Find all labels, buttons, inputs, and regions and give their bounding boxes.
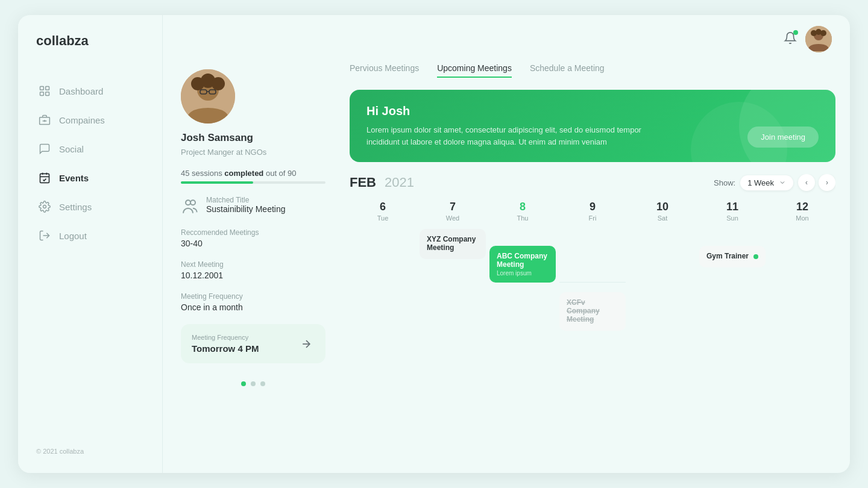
xyz-meeting-name: XYZ Company Meeting	[427, 235, 479, 252]
sidebar-label-social: Social	[59, 144, 84, 154]
xyz-meeting-card[interactable]: XYZ Company Meeting	[420, 229, 486, 259]
nav-arrows: ‹ ›	[798, 174, 835, 191]
day-num-0: 6	[380, 201, 386, 213]
tabs: Pervious Meetings Upcoming Meetings Sche…	[350, 63, 835, 78]
abc-meeting-sub: Lorem ipsum	[497, 270, 549, 277]
sidebar: collabza Dashboard	[18, 15, 163, 473]
settings-icon	[39, 201, 51, 213]
svg-point-27	[190, 200, 195, 205]
dot-2	[251, 381, 256, 386]
sidebar-label-settings: Settings	[59, 202, 92, 212]
copyright: © 2021 collabza	[30, 448, 150, 455]
matched-value: Sustainibility Meeting	[206, 204, 286, 214]
right-panel: Pervious Meetings Upcoming Meetings Sche…	[344, 63, 850, 473]
svg-rect-3	[46, 92, 49, 96]
svg-rect-0	[40, 87, 44, 90]
calendar-show-control: Show: 1 Week ‹ ›	[714, 174, 835, 191]
events-icon	[39, 172, 51, 184]
svg-point-22	[212, 77, 225, 90]
week-selector[interactable]: 1 Week	[740, 175, 793, 190]
spacer	[489, 229, 556, 241]
companies-icon	[39, 114, 51, 126]
event-col-fri: XCFv Company Meeting	[559, 229, 626, 461]
day-num-5: 11	[726, 201, 738, 213]
recommended-label: Reccomended Meetings	[181, 228, 326, 237]
day-label-3: Fri	[589, 214, 597, 222]
main-area: Josh Samsang Project Manger at NGOs 45 s…	[163, 15, 850, 473]
profile-name: Josh Samsang	[181, 132, 253, 144]
content-area: Josh Samsang Project Manger at NGOs 45 s…	[163, 63, 850, 473]
event-col-thu: ABC Company Meeting Lorem ipsum	[489, 229, 556, 461]
svg-point-26	[186, 200, 190, 205]
left-panel: Josh Samsang Project Manger at NGOs 45 s…	[163, 63, 344, 473]
svg-rect-7	[40, 174, 49, 183]
day-col-3: 9 Fri	[559, 201, 626, 222]
sidebar-item-social[interactable]: Social	[30, 137, 150, 161]
matched-info: Matched Title Sustainibility Meeting	[206, 196, 286, 214]
day-label-0: Tue	[377, 214, 389, 222]
abc-meeting-card[interactable]: ABC Company Meeting Lorem ipsum	[489, 246, 556, 283]
calendar-month: FEB	[350, 175, 376, 190]
card-label: Meeting Frequency	[192, 334, 259, 341]
notification-bell[interactable]	[784, 31, 797, 47]
dashboard-icon	[39, 85, 51, 97]
day-label-1: Wed	[446, 214, 459, 222]
xcfv-meeting-card[interactable]: XCFv Company Meeting	[559, 292, 626, 331]
tab-schedule[interactable]: Schedule a Meeting	[530, 63, 605, 78]
tab-upcoming[interactable]: Upcoming Meetings	[437, 63, 512, 78]
meeting-frequency-card[interactable]: Meeting Frequency Tomorrow 4 PM	[181, 324, 326, 363]
day-num-2: 8	[520, 201, 526, 213]
social-icon	[39, 143, 51, 155]
recommended-value: 30-40	[181, 239, 326, 248]
sidebar-item-logout[interactable]: Logout	[30, 224, 150, 248]
gym-trainer-card[interactable]: Gym Trainer	[699, 246, 766, 267]
matched-label: Matched Title	[206, 196, 286, 204]
gym-dot	[753, 254, 758, 259]
matched-icon	[181, 197, 200, 216]
sidebar-item-events[interactable]: Events	[30, 166, 150, 190]
recommended-row: Reccomended Meetings 30-40	[181, 228, 326, 248]
calendar-section: FEB 2021 Show: 1 Week ‹	[350, 174, 835, 461]
sidebar-label-logout: Logout	[59, 231, 87, 241]
tab-previous[interactable]: Pervious Meetings	[350, 63, 419, 78]
abc-meeting-name: ABC Company Meeting	[497, 252, 549, 269]
day-label-5: Sun	[726, 214, 738, 222]
sidebar-item-companies[interactable]: Compaines	[30, 108, 150, 132]
join-button[interactable]: Join meeting	[747, 127, 819, 148]
header-icons	[784, 26, 832, 52]
next-arrow[interactable]: ›	[819, 174, 835, 191]
day-col-6: 12 Mon	[769, 201, 835, 222]
header	[163, 15, 850, 63]
sidebar-item-settings[interactable]: Settings	[30, 195, 150, 219]
sidebar-label-dashboard: Dashboard	[59, 86, 103, 96]
sessions-count: 45	[181, 169, 189, 178]
day-col-2: 8 Thu	[489, 201, 556, 222]
next-meeting-label: Next Meeting	[181, 260, 326, 269]
day-num-6: 12	[796, 201, 808, 213]
event-col-sat	[629, 229, 696, 461]
sessions-total: 90	[288, 169, 296, 178]
user-avatar[interactable]	[805, 26, 832, 52]
day-num-3: 9	[590, 201, 596, 213]
sidebar-item-dashboard[interactable]: Dashboard	[30, 79, 150, 103]
app-logo: collabza	[30, 33, 150, 49]
svg-rect-1	[46, 87, 49, 90]
banner-title: Hi Josh	[366, 104, 819, 118]
day-num-4: 10	[656, 201, 668, 213]
app-container: collabza Dashboard	[18, 15, 850, 473]
svg-point-17	[820, 30, 826, 36]
gym-trainer-name: Gym Trainer	[706, 252, 749, 260]
divider	[559, 282, 626, 283]
banner-text: Lorem ipsum dolor sit amet, consectetur …	[366, 124, 674, 148]
frequency-value: Once in a month	[181, 302, 326, 312]
week-option: 1 Week	[747, 178, 774, 187]
event-col-wed: XYZ Company Meeting	[420, 229, 486, 461]
day-col-0: 6 Tue	[350, 201, 416, 222]
svg-point-11	[43, 205, 46, 208]
day-col-1: 7 Wed	[420, 201, 486, 222]
day-num-1: 7	[450, 201, 456, 213]
completed-text: completed	[224, 169, 263, 178]
prev-arrow[interactable]: ‹	[798, 174, 815, 191]
xcfv-meeting-name: XCFv Company Meeting	[567, 298, 618, 324]
logout-icon	[39, 230, 51, 242]
